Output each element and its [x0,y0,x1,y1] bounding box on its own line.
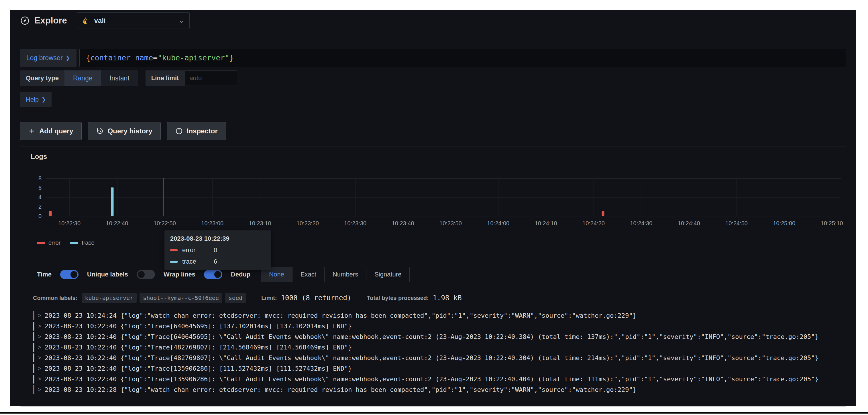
log-controls-row: TimeUnique labelsWrap linesDedupNoneExac… [37,267,846,282]
expand-chevron-icon[interactable]: > [38,312,41,319]
x-tick-label-10:23:30: 10:23:30 [344,220,366,227]
bar-trace-10:22:39[interactable] [111,187,114,216]
expand-chevron-icon[interactable]: > [38,334,41,340]
loki-flame-icon [82,16,90,25]
query-type-option-instant[interactable]: Instant [101,70,138,86]
y-tick-label-2: 2 [38,204,41,210]
log-line-text: 2023-08-23 10:22:40 {"log":"Trace[640645… [45,333,819,340]
line-limit-label: Line limit [146,70,185,86]
info-circle-icon [175,127,183,135]
x-tick-label-10:24:50: 10:24:50 [725,220,748,227]
explore-header: Explore vali ⌄ [10,10,856,32]
dedup-option-exact[interactable]: Exact [292,267,324,282]
log-row-5[interactable]: >2023-08-23 10:22:40 {"log":"Trace[13590… [33,363,836,374]
log-row-7[interactable]: >2023-08-23 10:22:28 {"log":"watch chan … [33,384,836,395]
log-line-text: 2023-08-23 10:22:28 {"log":"watch chan e… [45,386,637,393]
action-label: Inspector [187,127,218,135]
bytes-processed-label: Total bytes processed: [367,295,429,301]
y-tick-label-0: 0 [38,213,41,219]
dedup-label: Dedup [231,271,250,278]
query-actions-row: Add queryQuery historyInspector [20,122,846,140]
legend-item-trace[interactable]: trace [70,240,94,246]
query-history-button[interactable]: Query history [88,122,161,140]
gridline-x-10:24:50 [737,178,737,216]
legend-item-error[interactable]: error [37,240,60,246]
bar-error-10:22:26[interactable] [49,211,52,216]
gridline-x-10:25:10 [832,178,832,216]
tooltip-label-trace: trace [182,258,214,265]
log-row-6[interactable]: >2023-08-23 10:22:40 {"log":"Trace[13590… [33,374,836,384]
log-row-4[interactable]: >2023-08-23 10:22:40 {"log":"Trace[48276… [33,353,836,363]
tooltip-value-error: 0 [214,246,217,254]
inspector-button[interactable]: Inspector [167,122,226,140]
chart-x-axis: 10:22:3010:22:4010:22:5010:23:0010:23:10… [45,220,841,228]
expand-chevron-icon[interactable]: > [38,323,41,330]
x-tick-label-10:24:40: 10:24:40 [678,220,700,227]
logs-panel-title: Logs [31,152,846,161]
help-button[interactable]: Help ❯ [20,92,52,107]
log-level-bar-error [33,311,34,320]
query-token-2: = [153,54,158,62]
tooltip-value-trace: 6 [214,258,217,265]
expand-chevron-icon[interactable]: > [38,365,41,372]
expand-chevron-icon[interactable]: > [38,344,41,351]
log-row-3[interactable]: >2023-08-23 10:22:40 {"log":"Trace[48276… [33,342,836,353]
gridline-x-10:23:30 [355,178,355,216]
query-expression-input[interactable]: {container_name="kube-apiserver"} [79,49,846,67]
line-limit-input[interactable] [185,70,237,86]
page-title-text: Explore [34,15,67,26]
legend-label-trace: trace [82,240,94,246]
tooltip-swatch-error [170,249,178,251]
x-tick-label-10:23:20: 10:23:20 [297,220,319,227]
tooltip-swatch-trace [170,261,178,263]
gridline-x-10:23:20 [308,178,308,216]
query-type-option-range[interactable]: Range [64,70,101,86]
unique-labels-toggle[interactable] [137,270,155,279]
chart-plot[interactable] [45,178,841,216]
time-toggle[interactable] [60,270,79,279]
y-tick-label-8: 8 [38,175,41,182]
wrap-lines-toggle[interactable] [204,270,222,279]
log-browser-button[interactable]: Log browser ❯ [20,49,76,67]
dedup-option-signature[interactable]: Signature [366,267,409,282]
log-line-text: 2023-08-23 10:22:40 {"log":"Trace[135906… [45,376,819,383]
expand-chevron-icon[interactable]: > [38,386,41,393]
x-tick-label-10:22:30: 10:22:30 [58,220,81,227]
gridline-x-10:24:30 [641,178,642,216]
gridline-x-10:22:50 [165,178,165,216]
log-row-1[interactable]: >2023-08-23 10:22:40 {"log":"Trace[64064… [33,321,836,332]
dedup-option-numbers[interactable]: Numbers [324,267,366,282]
add-query-button[interactable]: Add query [20,122,82,140]
bar-error-10:24:22[interactable] [602,211,604,216]
expand-chevron-icon[interactable]: > [38,355,41,361]
expand-chevron-icon[interactable]: > [38,376,41,382]
x-tick-label-10:24:10: 10:24:10 [535,220,557,227]
log-line-text: 2023-08-23 10:24:24 {"log":"watch chan e… [45,312,637,319]
tooltip-time: 2023-08-23 10:22:39 [170,235,265,242]
gridline-x-10:22:40 [117,178,118,216]
limit-value: 1000 (8 returned) [281,294,351,302]
x-tick-label-10:23:40: 10:23:40 [392,220,414,227]
log-level-bar-trace [33,322,34,331]
common-label-badge-0: kube-apiserver [82,293,137,303]
log-row-2[interactable]: >2023-08-23 10:22:40 {"log":"Trace[64064… [33,332,836,342]
x-tick-label-10:23:00: 10:23:00 [201,220,223,227]
tooltip-row-error: error0 [170,246,265,254]
limit-label: Limit: [261,295,277,301]
grafana-explore-app: Explore vali ⌄ Log browser ❯ {container_… [10,10,856,406]
gridline-x-10:23:10 [260,178,260,216]
log-row-0[interactable]: >2023-08-23 10:24:24 {"log":"watch chan … [33,310,836,321]
x-tick-label-10:22:50: 10:22:50 [154,220,176,227]
log-level-bar-trace [33,353,34,362]
wrap-lines-label: Wrap lines [163,271,195,278]
tooltip-label-error: error [182,246,214,254]
x-tick-label-10:24:20: 10:24:20 [582,220,605,227]
x-tick-label-10:24:30: 10:24:30 [630,220,652,227]
dedup-group: NoneExactNumbersSignature [261,267,410,282]
log-line-text: 2023-08-23 10:22:40 {"log":"Trace[640645… [45,322,352,330]
x-tick-label-10:22:40: 10:22:40 [106,220,128,227]
gridline-x-10:22:30 [69,178,70,216]
gridline-x-10:24:00 [498,178,498,216]
datasource-picker[interactable]: vali ⌄ [77,12,190,29]
gridline-y-0 [45,216,841,216]
